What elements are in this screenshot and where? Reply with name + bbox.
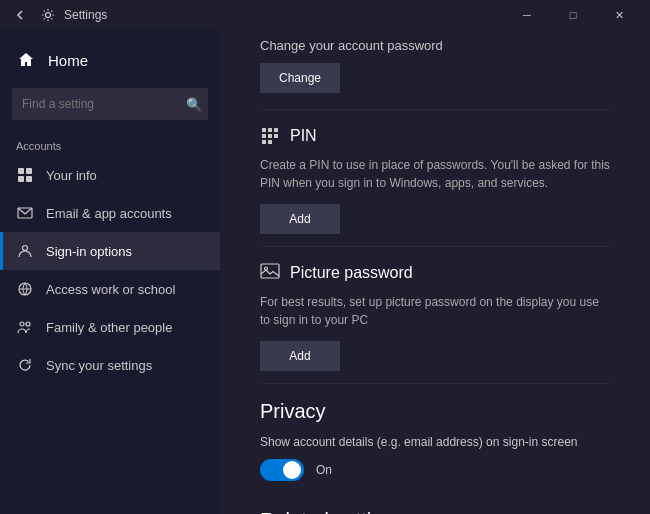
- settings-window-icon: [40, 7, 56, 23]
- email-icon: [16, 204, 34, 222]
- svg-rect-3: [18, 176, 24, 182]
- home-label: Home: [48, 52, 88, 69]
- svg-point-9: [26, 322, 30, 326]
- sidebar-item-email-app-accounts[interactable]: Email & app accounts: [0, 194, 220, 232]
- privacy-title: Privacy: [260, 400, 610, 423]
- titlebar: Settings ─ □ ✕: [0, 0, 650, 30]
- svg-point-6: [23, 246, 28, 251]
- toggle-knob: [283, 461, 301, 479]
- privacy-toggle-row: On: [260, 459, 610, 481]
- your-info-label: Your info: [46, 168, 97, 183]
- back-button[interactable]: [8, 3, 32, 27]
- picture-password-title: Picture password: [260, 263, 610, 283]
- picture-password-section: Picture password For best results, set u…: [260, 247, 610, 384]
- svg-rect-11: [268, 128, 272, 132]
- svg-point-0: [46, 13, 51, 18]
- sign-in-options-label: Sign-in options: [46, 244, 132, 259]
- related-settings-section: Related settings Lock screen: [260, 493, 610, 514]
- privacy-label: Show account details (e.g. email address…: [260, 435, 610, 449]
- search-icon: 🔍: [186, 97, 202, 112]
- related-settings-title: Related settings: [260, 509, 610, 514]
- app-body: Home 🔍 Accounts Your info: [0, 30, 650, 514]
- work-icon: [16, 280, 34, 298]
- accounts-section-label: Accounts: [0, 128, 220, 156]
- close-button[interactable]: ✕: [596, 0, 642, 30]
- pin-heading: PIN: [290, 127, 317, 145]
- family-other-people-label: Family & other people: [46, 320, 172, 335]
- change-password-button[interactable]: Change: [260, 63, 340, 93]
- svg-rect-13: [262, 134, 266, 138]
- svg-rect-18: [261, 264, 279, 278]
- svg-rect-14: [268, 134, 272, 138]
- sidebar-item-access-work-school[interactable]: Access work or school: [0, 270, 220, 308]
- pin-title: PIN: [260, 126, 610, 146]
- search-input[interactable]: [12, 88, 208, 120]
- picture-password-add-button[interactable]: Add: [260, 341, 340, 371]
- home-icon: [16, 50, 36, 70]
- titlebar-left: Settings: [8, 3, 107, 27]
- privacy-toggle[interactable]: [260, 459, 304, 481]
- sidebar-item-family-other-people[interactable]: Family & other people: [0, 308, 220, 346]
- change-password-label: Change your account password: [260, 38, 610, 53]
- picture-password-icon: [260, 263, 280, 283]
- pin-description: Create a PIN to use in place of password…: [260, 156, 610, 192]
- svg-rect-17: [268, 140, 272, 144]
- pin-section: PIN Create a PIN to use in place of pass…: [260, 110, 610, 247]
- window-controls: ─ □ ✕: [504, 0, 642, 30]
- sidebar: Home 🔍 Accounts Your info: [0, 30, 220, 514]
- svg-rect-12: [274, 128, 278, 132]
- svg-rect-4: [26, 176, 32, 182]
- sidebar-item-sign-in-options[interactable]: Sign-in options: [0, 232, 220, 270]
- svg-point-8: [20, 322, 24, 326]
- picture-password-description: For best results, set up picture passwor…: [260, 293, 610, 329]
- sign-in-icon: [16, 242, 34, 260]
- pin-icon: [260, 126, 280, 146]
- minimize-button[interactable]: ─: [504, 0, 550, 30]
- svg-rect-10: [262, 128, 266, 132]
- svg-rect-15: [274, 134, 278, 138]
- titlebar-title: Settings: [64, 8, 107, 22]
- email-app-accounts-label: Email & app accounts: [46, 206, 172, 221]
- access-work-school-label: Access work or school: [46, 282, 175, 297]
- sidebar-item-sync-settings[interactable]: Sync your settings: [0, 346, 220, 384]
- search-box: 🔍: [12, 88, 208, 120]
- svg-rect-16: [262, 140, 266, 144]
- svg-rect-2: [26, 168, 32, 174]
- your-info-icon: [16, 166, 34, 184]
- sync-settings-label: Sync your settings: [46, 358, 152, 373]
- family-icon: [16, 318, 34, 336]
- privacy-section: Privacy Show account details (e.g. email…: [260, 384, 610, 493]
- picture-password-heading: Picture password: [290, 264, 413, 282]
- sync-icon: [16, 356, 34, 374]
- toggle-label: On: [316, 463, 332, 477]
- maximize-button[interactable]: □: [550, 0, 596, 30]
- change-password-section: Change your account password Change: [260, 30, 610, 110]
- svg-rect-1: [18, 168, 24, 174]
- pin-add-button[interactable]: Add: [260, 204, 340, 234]
- sidebar-item-home[interactable]: Home: [0, 40, 220, 80]
- content-area: Change your account password Change: [220, 30, 650, 514]
- sidebar-item-your-info[interactable]: Your info: [0, 156, 220, 194]
